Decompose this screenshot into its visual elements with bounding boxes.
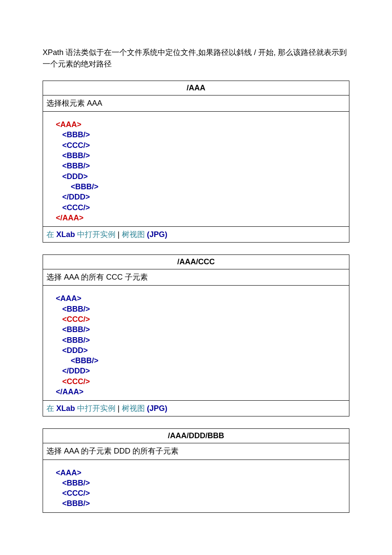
example-code: <AAA> <BBB/> <CCC/> <BBB/> <BBB/> <DDD> … (43, 286, 349, 400)
open-in-xlab-link[interactable]: 在 XLab 中打开实例 (46, 230, 115, 239)
example-title: /AAA/CCC (43, 255, 349, 269)
separator: | (115, 230, 122, 239)
example-title: /AAA (43, 81, 349, 95)
separator: | (115, 404, 122, 413)
example-box: /AAA选择根元素 AAA<AAA> <BBB/> <CCC/> <BBB/> … (43, 81, 349, 243)
example-footer: 在 XLab 中打开实例 | 树视图 (JPG) (43, 226, 349, 242)
example-description: 选择 AAA 的所有 CCC 子元素 (43, 269, 349, 286)
example-title: /AAA/DDD/BBB (43, 429, 349, 443)
open-in-xlab-link[interactable]: 在 XLab 中打开实例 (46, 404, 115, 413)
example-box: /AAA/CCC选择 AAA 的所有 CCC 子元素<AAA> <BBB/> <… (43, 254, 349, 416)
example-box: /AAA/DDD/BBB选择 AAA 的子元素 DDD 的所有子元素<AAA> … (43, 428, 349, 512)
tree-view-link[interactable]: 树视图 (JPG) (122, 404, 167, 413)
example-code: <AAA> <BBB/> <CCC/> <BBB/> <BBB/> <DDD> … (43, 112, 349, 226)
example-footer: 在 XLab 中打开实例 | 树视图 (JPG) (43, 400, 349, 416)
example-description: 选择 AAA 的子元素 DDD 的所有子元素 (43, 443, 349, 460)
example-code: <AAA> <BBB/> <CCC/> <BBB/> (43, 460, 349, 512)
example-description: 选择根元素 AAA (43, 95, 349, 112)
tree-view-link[interactable]: 树视图 (JPG) (122, 230, 167, 239)
intro-text: XPath 语法类似于在一个文件系统中定位文件,如果路径以斜线 / 开始, 那么… (43, 47, 349, 70)
